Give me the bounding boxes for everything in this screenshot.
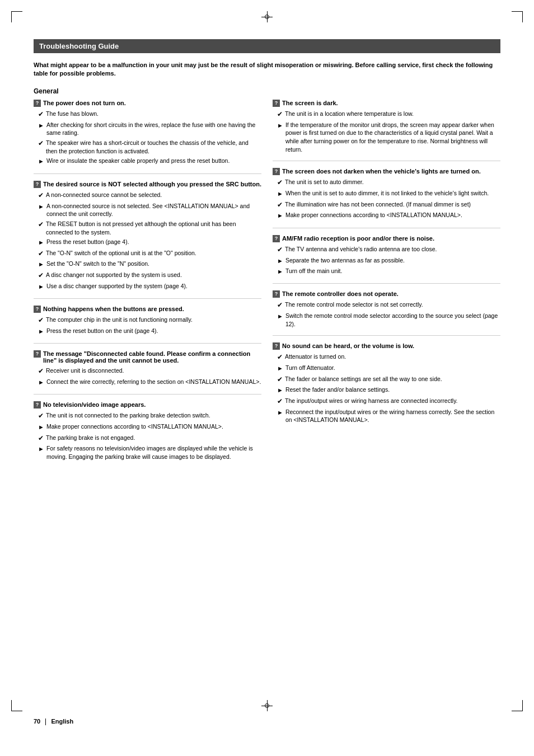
list-item: ✔A non-connected source cannot be select… xyxy=(38,191,261,200)
section-title-bar: Troubleshooting Guide xyxy=(34,39,500,53)
intro-text: What might appear to be a malfunction in… xyxy=(34,61,500,78)
problem-title-text-problem-src: The desired source is NOT selected altho… xyxy=(43,181,261,187)
arrow-icon: ► xyxy=(277,408,283,417)
problem-block-problem-power: ?The power does not turn on.✔The fuse ha… xyxy=(34,100,261,174)
list-item: ►Make proper connections according to <I… xyxy=(277,211,500,220)
crop-mark-tl xyxy=(11,11,22,22)
list-item: ►Press the reset button (page 4). xyxy=(38,238,261,247)
checkmark-icon: ✔ xyxy=(277,178,283,187)
problem-title-text-problem-screen-darken: The screen does not darken when the vehi… xyxy=(282,168,481,175)
solution-text: Wire or insulate the speaker cable prope… xyxy=(46,157,229,165)
problem-title-problem-disconnected: ?The message "Disconnected cable found. … xyxy=(34,350,261,364)
list-item: ✔Receiver unit is disconnected. xyxy=(38,367,261,376)
section-title: Troubleshooting Guide xyxy=(39,42,119,50)
solution-text: The computer chip in the unit is not fun… xyxy=(46,316,193,324)
arrow-icon: ► xyxy=(38,445,44,453)
list-item: ►After checking for short circuits in th… xyxy=(38,121,261,137)
solution-list-problem-disconnected: ✔Receiver unit is disconnected.►Connect … xyxy=(34,367,261,387)
problem-title-problem-src: ?The desired source is NOT selected alth… xyxy=(34,181,261,188)
two-column-layout: ?The power does not turn on.✔The fuse ha… xyxy=(34,100,500,475)
question-icon: ? xyxy=(34,181,41,188)
list-item: ✔The "O-N" switch of the optional unit i… xyxy=(38,249,261,259)
solution-text: Use a disc changer supported by the syst… xyxy=(46,282,188,290)
problem-title-text-problem-radio: AM/FM radio reception is poor and/or the… xyxy=(282,235,434,242)
crop-mark-bl xyxy=(11,700,22,711)
list-item: ►Turn off the main unit. xyxy=(277,267,500,276)
list-item: ►Reconnect the input/output wires or the… xyxy=(277,408,500,424)
left-column: ?The power does not turn on.✔The fuse ha… xyxy=(34,100,261,475)
solution-list-problem-volume: ✔Attenuator is turned on.►Turn off Atten… xyxy=(273,353,500,424)
problem-title-problem-screen-darken: ?The screen does not darken when the veh… xyxy=(273,168,500,175)
arrow-icon: ► xyxy=(38,121,44,130)
solution-text: Connect the wire correctly, referring to… xyxy=(46,378,261,386)
question-icon: ? xyxy=(273,168,280,175)
checkmark-icon: ✔ xyxy=(277,375,283,384)
problem-block-problem-radio: ?AM/FM radio reception is poor and/or th… xyxy=(273,235,500,284)
solution-text: Press the reset button (page 4). xyxy=(46,238,129,246)
solution-list-problem-video: ✔The unit is not connected to the parkin… xyxy=(34,411,261,461)
checkmark-icon: ✔ xyxy=(38,411,44,421)
question-icon: ? xyxy=(34,350,41,358)
list-item: ►When the unit is set to auto dimmer, it… xyxy=(277,189,500,198)
list-item: ►Use a disc changer supported by the sys… xyxy=(38,282,261,291)
list-item: ►Turn off Attenuator. xyxy=(277,364,500,373)
solution-text: The illumination wire has not been conne… xyxy=(285,200,471,209)
problem-title-problem-power: ?The power does not turn on. xyxy=(34,100,261,107)
list-item: ✔The unit is set to auto dimmer. xyxy=(277,178,500,187)
solution-text: The parking brake is not engaged. xyxy=(46,434,135,442)
problem-title-text-problem-screen-dark: The screen is dark. xyxy=(282,100,338,106)
list-item: ►Separate the two antennas as far as pos… xyxy=(277,256,500,265)
solution-text: The input/output wires or wiring harness… xyxy=(285,397,458,405)
solution-text: The unit is in a location where temperat… xyxy=(285,110,414,118)
page-number: 70 xyxy=(34,718,40,725)
checkmark-icon: ✔ xyxy=(38,316,44,325)
arrow-icon: ► xyxy=(277,257,283,265)
solution-text: Receiver unit is disconnected. xyxy=(46,367,124,375)
solution-text: A non-connected source is not selected. … xyxy=(46,202,261,218)
arrow-icon: ► xyxy=(38,157,44,166)
arrow-icon: ► xyxy=(277,312,283,321)
list-item: ✔The TV antenna and vehicle's radio ante… xyxy=(277,245,500,255)
solution-text: Make proper connections according to <IN… xyxy=(46,422,223,431)
solution-text: Set the "O-N" switch to the "N" position… xyxy=(46,260,149,268)
checkmark-icon: ✔ xyxy=(38,139,44,148)
checkmark-icon: ✔ xyxy=(38,434,44,443)
list-item: ✔Attenuator is turned on. xyxy=(277,353,500,362)
arrow-icon: ► xyxy=(277,121,283,130)
solution-text: Switch the remote control mode selector … xyxy=(285,312,500,328)
solution-text: Reconnect the input/output wires or the … xyxy=(285,408,500,424)
problem-title-problem-volume: ?No sound can be heard, or the volume is… xyxy=(273,342,500,350)
checkmark-icon: ✔ xyxy=(277,300,283,310)
checkmark-icon: ✔ xyxy=(38,271,44,280)
section-heading: General xyxy=(34,87,500,95)
checkmark-icon: ✔ xyxy=(277,397,283,406)
question-icon: ? xyxy=(34,306,41,313)
solution-text: Reset the fader and/or balance settings. xyxy=(285,386,390,394)
list-item: ►Make proper connections according to <I… xyxy=(38,422,261,431)
solution-list-problem-screen-dark: ✔The unit is in a location where tempera… xyxy=(273,110,500,154)
solution-list-problem-screen-darken: ✔The unit is set to auto dimmer.►When th… xyxy=(273,178,500,220)
question-icon: ? xyxy=(273,235,280,242)
question-icon: ? xyxy=(34,100,41,107)
footer-separator xyxy=(45,719,46,725)
list-item: ►Press the reset button on the unit (pag… xyxy=(38,327,261,336)
problem-block-problem-src: ?The desired source is NOT selected alth… xyxy=(34,181,261,299)
solution-list-problem-src: ✔A non-connected source cannot be select… xyxy=(34,191,261,291)
crop-mark-br xyxy=(512,700,523,711)
arrow-icon: ► xyxy=(277,386,283,395)
main-content: Troubleshooting Guide What might appear … xyxy=(34,39,500,475)
checkmark-icon: ✔ xyxy=(277,245,283,255)
problem-block-problem-screen-dark: ?The screen is dark.✔The unit is in a lo… xyxy=(273,100,500,162)
arrow-icon: ► xyxy=(38,423,44,431)
arrow-icon: ► xyxy=(277,267,283,276)
reg-mark-bottom xyxy=(261,700,273,711)
solution-text: If the temperature of the monitor unit d… xyxy=(285,121,500,154)
problem-title-problem-buttons: ?Nothing happens when the buttons are pr… xyxy=(34,306,261,313)
solution-text: Press the reset button on the unit (page… xyxy=(46,327,158,335)
checkmark-icon: ✔ xyxy=(277,110,283,119)
list-item: ✔The fader or balance settings are set a… xyxy=(277,375,500,384)
list-item: ✔The unit is in a location where tempera… xyxy=(277,110,500,119)
list-item: ►Set the "O-N" switch to the "N" positio… xyxy=(38,260,261,269)
solution-text: Turn off Attenuator. xyxy=(285,364,335,372)
problem-block-problem-buttons: ?Nothing happens when the buttons are pr… xyxy=(34,306,261,344)
